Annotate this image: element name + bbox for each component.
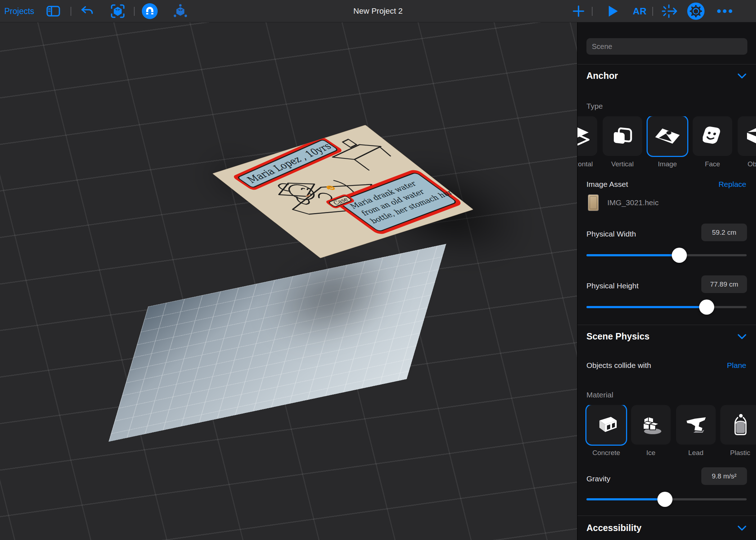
replace-asset-button[interactable]: Replace	[719, 180, 746, 189]
gravity-slider[interactable]	[586, 492, 747, 507]
material-label-ice: Ice	[646, 449, 655, 457]
more-menu-button[interactable]	[716, 0, 734, 22]
type-tile-horizontal[interactable]	[577, 116, 597, 156]
section-divider	[577, 325, 756, 325]
physical-height-label: Physical Height	[586, 282, 639, 290]
physical-height-value[interactable]: 77.89 cm	[701, 275, 747, 293]
slider-track[interactable]	[586, 306, 747, 308]
scene-name-field[interactable]	[586, 38, 747, 55]
type-label-vertical: Vertical	[611, 160, 634, 168]
gravity-label: Gravity	[586, 474, 611, 483]
gear-cube-icon	[690, 5, 702, 17]
plastic-bottle-icon	[733, 414, 747, 436]
slider-thumb[interactable]	[657, 492, 672, 507]
asset-filename: IMG_3021.heic	[607, 198, 658, 207]
image-asset-row[interactable]: IMG_3021.heic	[588, 194, 658, 211]
toolbar-divider	[592, 7, 593, 16]
toolbar-divider	[652, 7, 653, 16]
chevron-down-icon[interactable]	[738, 334, 746, 339]
play-button[interactable]	[605, 0, 621, 22]
accessibility-header[interactable]: Accessibility	[586, 523, 642, 533]
material-label: Material	[586, 391, 613, 399]
slider-thumb[interactable]	[699, 300, 714, 315]
chevron-down-icon[interactable]	[738, 526, 746, 531]
gravity-value[interactable]: 9.8 m/s²	[701, 467, 747, 485]
collide-label: Objects collide with	[586, 361, 651, 370]
physical-width-value[interactable]: 59.2 cm	[701, 224, 747, 241]
type-label-face: Face	[705, 160, 720, 168]
scene-viewport[interactable]: Maria Lopez , 10yrs Maria drank water fr…	[0, 22, 577, 540]
relocalize-button[interactable]	[661, 0, 679, 22]
face-anchor-icon	[703, 126, 722, 147]
material-label-lead: Lead	[688, 449, 703, 457]
inspector-panel: Anchor Type	[577, 22, 756, 540]
material-tile-ice[interactable]	[631, 405, 671, 445]
material-tile-plastic[interactable]	[720, 405, 756, 445]
vertical-plane-icon	[612, 126, 633, 146]
material-label-concrete: Concrete	[592, 449, 620, 457]
type-tile-vertical[interactable]	[603, 116, 642, 156]
object-anchor-icon	[746, 126, 756, 146]
anchor-section-header[interactable]: Anchor	[586, 71, 618, 81]
slider-fill	[586, 306, 707, 308]
scene-physics-header[interactable]: Scene Physics	[586, 331, 649, 342]
slider-fill	[586, 498, 665, 500]
ar-mode-button[interactable]: AR	[629, 0, 651, 22]
ice-icon	[639, 415, 663, 435]
slider-fill	[586, 254, 679, 256]
collide-value-button[interactable]: Plane	[727, 361, 746, 370]
type-tile-face[interactable]	[693, 116, 732, 156]
object-properties-button[interactable]	[687, 0, 705, 22]
properties-active-circle	[687, 3, 705, 20]
plus-icon	[572, 5, 585, 17]
type-tile-image[interactable]	[648, 116, 687, 156]
material-label-plastic: Plastic	[730, 449, 750, 457]
physical-width-label: Physical Width	[586, 230, 636, 238]
type-label-object: Object	[748, 160, 756, 168]
concrete-icon	[594, 415, 618, 434]
chevron-down-icon[interactable]	[738, 73, 746, 79]
type-label: Type	[586, 102, 603, 111]
material-tile-lead[interactable]	[676, 405, 716, 445]
slider-track[interactable]	[586, 254, 747, 256]
top-toolbar: Projects	[0, 0, 756, 22]
ar-label: AR	[633, 6, 647, 17]
image-asset-label: Image Asset	[586, 180, 628, 189]
type-tile-object[interactable]	[738, 116, 756, 156]
play-icon	[607, 5, 619, 18]
material-row: Concrete Ice Lead Plastic	[577, 405, 756, 470]
physical-width-slider[interactable]	[586, 248, 747, 263]
slider-thumb[interactable]	[672, 248, 687, 263]
physical-height-slider[interactable]	[586, 300, 747, 315]
lead-anvil-icon	[684, 415, 708, 434]
asset-thumbnail	[588, 194, 599, 211]
type-label-horizontal: Horizontal	[577, 160, 593, 168]
burst-arrow-icon	[662, 4, 678, 18]
anchor-type-row: Horizontal Vertical Image Face Object	[577, 116, 756, 181]
section-divider	[577, 516, 756, 516]
material-tile-concrete[interactable]	[586, 405, 626, 445]
add-object-button[interactable]	[570, 0, 587, 22]
section-divider	[577, 64, 756, 64]
type-label-image: Image	[658, 160, 677, 168]
ellipsis-icon	[717, 9, 733, 13]
horizontal-plane-icon	[577, 127, 590, 145]
image-anchor-icon	[654, 127, 681, 145]
